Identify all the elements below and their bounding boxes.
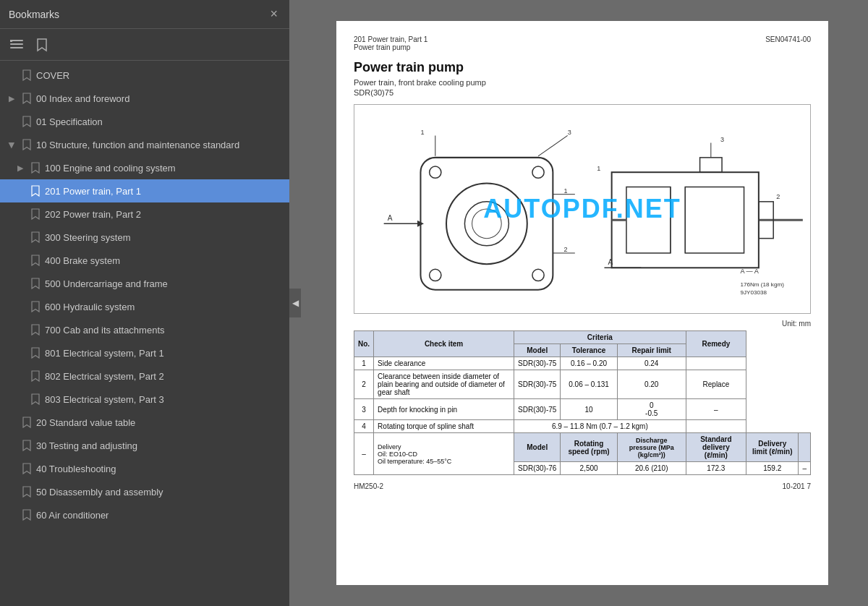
footer-right: 10-201 7 bbox=[783, 482, 811, 490]
unit-label: Unit: mm bbox=[354, 320, 811, 328]
svg-text:A: A bbox=[388, 214, 393, 222]
cell-sub-model: Model bbox=[514, 433, 561, 462]
bookmark-item-801[interactable]: ▶ 801 Electrical system, Part 1 bbox=[0, 341, 289, 364]
svg-rect-1 bbox=[10, 43, 23, 45]
bookmark-label-60: 60 Air conditioner bbox=[36, 510, 109, 521]
main-content: ◀ 201 Power train, Part 1 Power train pu… bbox=[289, 0, 868, 606]
svg-point-5 bbox=[430, 166, 441, 178]
bookmark-icon bbox=[20, 116, 33, 127]
svg-text:A: A bbox=[608, 258, 613, 266]
cell-sub-rpm: Rotating speed (rpm) bbox=[561, 433, 617, 462]
bookmark-item-600[interactable]: ▶ 600 Hydraulic system bbox=[0, 295, 289, 318]
bookmark-label-cover: COVER bbox=[36, 70, 69, 81]
chevron-icon: ▶ bbox=[6, 94, 17, 103]
cell-dash: – bbox=[354, 433, 374, 475]
svg-point-10 bbox=[464, 202, 509, 246]
breadcrumb-main: 201 Power train, Part 1 bbox=[354, 35, 427, 43]
cell-repair: 0-0.5 bbox=[617, 399, 686, 420]
bookmark-item-30[interactable]: ▶ 30 Testing and adjusting bbox=[0, 434, 289, 457]
bookmark-label-700: 700 Cab and its attachments bbox=[45, 325, 165, 336]
bookmark-icon bbox=[29, 393, 42, 405]
bookmark-item-400[interactable]: ▶ 400 Brake system bbox=[0, 249, 289, 272]
data-table: No. Check item Criteria Remedy Model Tol… bbox=[354, 330, 811, 475]
bookmark-label-30: 30 Testing and adjusting bbox=[36, 440, 137, 451]
cell-value: 6.9 – 11.8 Nm (0.7 – 1.2 kgm) bbox=[514, 420, 686, 433]
bookmark-label-01: 01 Specification bbox=[36, 116, 103, 127]
bookmark-item-cover[interactable]: ▶ COVER bbox=[0, 64, 289, 87]
cell-no: 3 bbox=[354, 399, 374, 420]
cell-tolerance: 10 bbox=[561, 399, 617, 420]
bookmark-item-40[interactable]: ▶ 40 Troubleshooting bbox=[0, 457, 289, 480]
bookmark-icon bbox=[29, 162, 42, 174]
collapse-sidebar-button[interactable]: ◀ bbox=[289, 289, 301, 317]
bookmark-label-400: 400 Brake system bbox=[45, 255, 120, 266]
svg-rect-24 bbox=[685, 187, 744, 253]
bookmark-item-100[interactable]: ▶ 100 Engine and cooling system bbox=[0, 156, 289, 179]
cell-d-rpm: 2,500 bbox=[561, 462, 617, 475]
cell-model: SDR(30)-75 bbox=[514, 357, 561, 370]
bookmark-label-20: 20 Standard value table bbox=[36, 417, 135, 428]
svg-text:2: 2 bbox=[776, 193, 780, 200]
bookmark-item-20[interactable]: ▶ 20 Standard value table bbox=[0, 411, 289, 434]
page-footer: HM250-2 10-201 7 bbox=[354, 482, 811, 490]
bookmark-view-button[interactable] bbox=[33, 36, 51, 54]
cell-repair: 0.24 bbox=[617, 357, 686, 370]
sidebar: Bookmarks × ▶ COVER ▶ bbox=[0, 0, 289, 606]
page-container: 201 Power train, Part 1 Power train pump… bbox=[289, 0, 868, 606]
bookmark-item-802[interactable]: ▶ 802 Electrical system, Part 2 bbox=[0, 364, 289, 388]
bookmark-item-60[interactable]: ▶ 60 Air conditioner bbox=[0, 503, 289, 526]
cell-sub-limit: Delivery limit (ℓ/min) bbox=[746, 433, 799, 462]
bookmark-item-201[interactable]: ▶ 201 Power train, Part 1 bbox=[0, 179, 289, 202]
bookmark-item-803[interactable]: ▶ 803 Electrical system, Part 3 bbox=[0, 388, 289, 411]
cell-d-std: 172.3 bbox=[686, 462, 746, 475]
pdf-page: 201 Power train, Part 1 Power train pump… bbox=[336, 21, 828, 585]
bookmark-icon bbox=[20, 440, 33, 451]
svg-text:3: 3 bbox=[568, 129, 571, 136]
cell-remedy: – bbox=[686, 399, 746, 420]
chevron-icon: ▶ bbox=[7, 139, 17, 150]
cell-sub-remedy bbox=[799, 433, 811, 462]
bookmark-icon bbox=[20, 417, 33, 428]
svg-text:1: 1 bbox=[420, 129, 424, 136]
list-view-button[interactable] bbox=[7, 38, 27, 52]
bookmark-icon bbox=[29, 231, 42, 243]
breadcrumb-sub: Power train pump bbox=[354, 43, 427, 51]
bookmark-label-202: 202 Power train, Part 2 bbox=[45, 209, 141, 220]
bookmark-icon bbox=[20, 463, 33, 474]
chevron-icon: ▶ bbox=[14, 163, 26, 173]
bookmark-label-801: 801 Electrical system, Part 1 bbox=[45, 348, 164, 359]
bookmark-label-40: 40 Troubleshooting bbox=[36, 464, 116, 474]
svg-point-8 bbox=[532, 269, 544, 281]
cell-d-remedy: – bbox=[799, 462, 811, 475]
bookmark-item-01[interactable]: ▶ 01 Specification bbox=[0, 110, 289, 133]
svg-text:9JY03038: 9JY03038 bbox=[740, 289, 767, 296]
svg-text:176Nm (18 kgm): 176Nm (18 kgm) bbox=[740, 281, 784, 288]
bookmark-icon bbox=[29, 347, 42, 359]
bookmark-label-10: 10 Structure, function and maintenance s… bbox=[36, 140, 239, 150]
bookmark-item-10[interactable]: ▶ 10 Structure, function and maintenance… bbox=[0, 133, 289, 156]
svg-rect-3 bbox=[10, 40, 12, 42]
cell-no: 1 bbox=[354, 357, 374, 370]
cell-remedy bbox=[686, 357, 746, 370]
bookmark-item-00[interactable]: ▶ 00 Index and foreword bbox=[0, 87, 289, 110]
bookmark-item-50[interactable]: ▶ 50 Disassembly and assembly bbox=[0, 480, 289, 503]
bookmark-label-600: 600 Hydraulic system bbox=[45, 302, 135, 312]
svg-text:3: 3 bbox=[720, 136, 724, 143]
page-model: SDR(30)75 bbox=[354, 88, 811, 97]
table-row-delivery-header: – DeliveryOil: EO10-CDOil temperature: 4… bbox=[354, 433, 811, 462]
bookmark-item-500[interactable]: ▶ 500 Undercarriage and frame bbox=[0, 272, 289, 295]
bookmark-item-300[interactable]: ▶ 300 Steering system bbox=[0, 226, 289, 249]
svg-text:1: 1 bbox=[564, 187, 568, 195]
bookmark-icon bbox=[29, 278, 42, 289]
close-button[interactable]: × bbox=[267, 7, 281, 22]
cell-item: Rotating torque of spline shaft bbox=[374, 420, 514, 433]
bookmark-label-500: 500 Undercarriage and frame bbox=[45, 278, 168, 289]
bookmark-icon bbox=[29, 324, 42, 336]
diagram-container: AUTOPDF.NET bbox=[354, 104, 811, 314]
cell-remedy: Replace bbox=[686, 370, 746, 399]
pump-diagram: A 1 2 3 1 bbox=[354, 105, 810, 313]
bookmark-item-202[interactable]: ▶ 202 Power train, Part 2 bbox=[0, 202, 289, 226]
bookmark-label-300: 300 Steering system bbox=[45, 232, 131, 243]
bookmark-item-700[interactable]: ▶ 700 Cab and its attachments bbox=[0, 318, 289, 341]
cell-d-model: SDR(30)-76 bbox=[514, 462, 561, 475]
